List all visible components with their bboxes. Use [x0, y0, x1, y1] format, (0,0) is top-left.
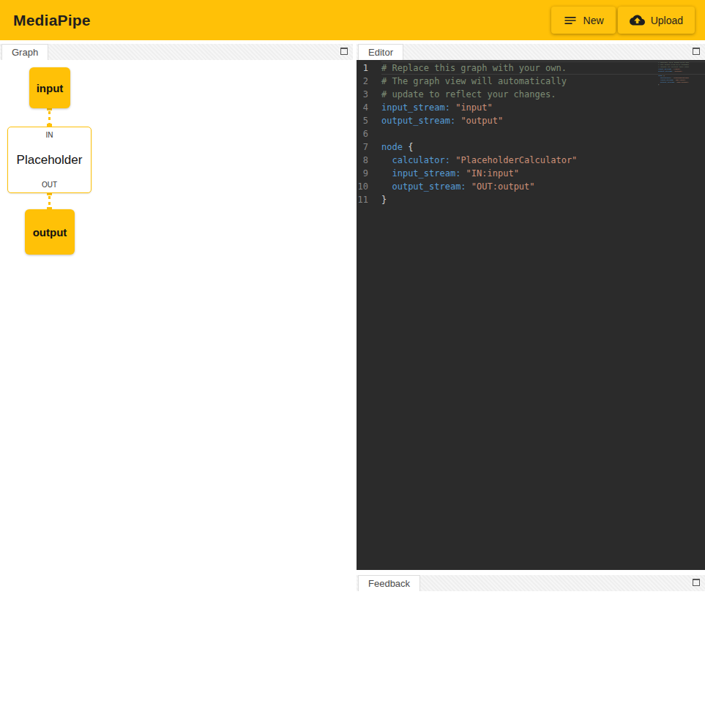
tab-editor-label: Editor [368, 47, 393, 58]
tab-feedback[interactable]: Feedback [358, 575, 420, 591]
code-line[interactable]: 2# The graph view will automatically [357, 75, 705, 88]
placeholder-in-port: IN [46, 131, 53, 139]
code-line[interactable]: 6 [357, 127, 705, 140]
graph-node-input-label: input [37, 82, 64, 94]
graph-node-placeholder[interactable]: IN Placeholder OUT [7, 127, 92, 193]
graph-panel-header: Graph [0, 44, 353, 60]
graph-maximize-icon[interactable] [340, 48, 348, 55]
line-content: # The graph view will automatically [381, 75, 705, 88]
line-number: 4 [357, 101, 381, 114]
upload-button[interactable]: Upload [618, 7, 695, 34]
placeholder-out-port: OUT [42, 181, 57, 189]
app-header: MediaPipe New Upload [0, 0, 705, 40]
code-editor[interactable]: 1# Replace this graph with your own.2# T… [357, 60, 705, 570]
header-actions: New Upload [551, 7, 695, 34]
editor-panel: Editor 1# Replace this graph with your o… [357, 44, 705, 570]
editor-lines: 1# Replace this graph with your own.2# T… [357, 61, 705, 206]
editor-minimap-content: # Replace this graph with your own.# The… [658, 61, 689, 86]
code-line[interactable]: 11} [357, 193, 705, 206]
mediapipe-visualizer: MediaPipe New Upload Graph [0, 0, 705, 728]
graph-node-output[interactable]: output [25, 209, 75, 255]
code-line[interactable]: 4input_stream: "input" [357, 101, 705, 114]
tab-editor[interactable]: Editor [358, 44, 403, 60]
code-line[interactable]: 7node { [357, 140, 705, 154]
new-button-label: New [583, 15, 604, 26]
graph-node-placeholder-label: Placeholder [17, 153, 83, 168]
upload-button-label: Upload [651, 15, 683, 26]
line-content: # Replace this graph with your own. [381, 61, 705, 75]
line-number: 6 [357, 127, 381, 140]
notes-icon [563, 13, 578, 28]
editor-minimap[interactable]: # Replace this graph with your own.# The… [658, 61, 689, 171]
cloud-upload-icon [630, 12, 645, 28]
feedback-panel-header: Feedback [357, 575, 705, 591]
editor-maximize-icon[interactable] [693, 48, 700, 55]
line-number: 8 [357, 154, 381, 167]
code-line[interactable]: 1# Replace this graph with your own. [357, 61, 705, 75]
line-number: 1 [357, 61, 381, 75]
line-number: 11 [357, 193, 381, 206]
feedback-panel: Feedback [357, 575, 705, 728]
line-number: 7 [357, 140, 381, 154]
code-line[interactable]: 8 calculator: "PlaceholderCalculator" [357, 154, 705, 167]
tab-graph-label: Graph [12, 47, 38, 58]
horizontal-splitter[interactable] [357, 570, 705, 575]
graph-edge-input-to-placeholder [48, 105, 51, 129]
line-content: output_stream: "OUT:output" [381, 180, 705, 193]
new-button[interactable]: New [551, 7, 616, 34]
line-content [381, 127, 705, 140]
graph-panel: Graph input IN Placeholder OUT [0, 44, 353, 728]
line-content: } [381, 193, 705, 206]
graph-node-input[interactable]: input [29, 67, 70, 108]
tab-feedback-label: Feedback [368, 578, 410, 589]
graph-panel-inner: Graph input IN Placeholder OUT [0, 44, 353, 728]
line-number: 3 [357, 88, 381, 101]
tab-graph[interactable]: Graph [1, 44, 48, 60]
editor-panel-header: Editor [357, 44, 705, 60]
line-number: 10 [357, 180, 381, 193]
line-content: input_stream: "IN:input" [381, 167, 705, 180]
workspace: Graph input IN Placeholder OUT [0, 44, 705, 728]
code-line[interactable]: 3# update to reflect your changes. [357, 88, 705, 101]
code-line[interactable]: 9 input_stream: "IN:input" [357, 167, 705, 180]
line-content: calculator: "PlaceholderCalculator" [381, 154, 705, 167]
graph-node-output-label: output [33, 226, 67, 239]
feedback-maximize-icon[interactable] [693, 579, 700, 586]
line-content: node { [381, 140, 705, 154]
code-line[interactable]: 10 output_stream: "OUT:output" [357, 180, 705, 193]
line-number: 2 [357, 75, 381, 88]
app-title: MediaPipe [13, 12, 91, 29]
graph-canvas[interactable]: input IN Placeholder OUT output [0, 60, 353, 728]
right-column: Editor 1# Replace this graph with your o… [357, 44, 705, 728]
line-content: # update to reflect your changes. [381, 88, 705, 101]
line-number: 9 [357, 167, 381, 180]
line-number: 5 [357, 114, 381, 127]
line-content: output_stream: "output" [381, 114, 705, 127]
code-line[interactable]: 5output_stream: "output" [357, 114, 705, 127]
feedback-content [357, 591, 705, 728]
line-content: input_stream: "input" [381, 101, 705, 114]
